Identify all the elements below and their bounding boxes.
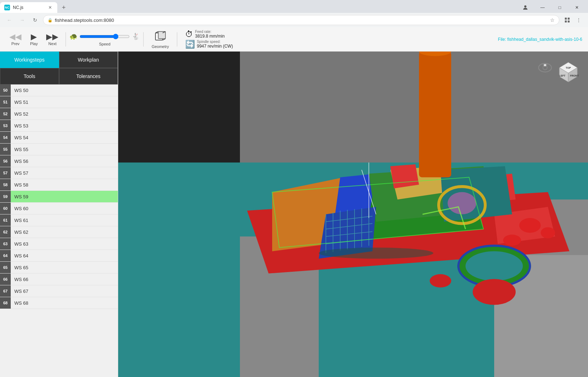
item-number: 62 [0, 226, 11, 238]
item-label: WS 50 [11, 88, 28, 93]
speedometer-icon: ⏱ [185, 30, 193, 39]
list-item[interactable]: 60 WS 60 [0, 203, 118, 214]
svg-rect-4 [568, 20, 569, 22]
list-item[interactable]: 54 WS 54 [0, 132, 118, 144]
item-label: WS 63 [11, 241, 28, 247]
close-button[interactable]: ✕ [569, 2, 585, 13]
item-label: WS 56 [11, 159, 28, 164]
item-number: 63 [0, 238, 11, 250]
feed-rate-label: Feed rate: [195, 30, 225, 34]
active-tab[interactable]: NC NC.js ✕ [0, 2, 57, 13]
list-item[interactable]: 61 WS 61 [0, 214, 118, 226]
tab-close-button[interactable]: ✕ [47, 5, 53, 10]
item-number: 59 [0, 191, 11, 202]
item-number: 55 [0, 144, 11, 155]
prev-button[interactable]: ◀◀ Prev [6, 31, 25, 48]
svg-point-52 [473, 279, 516, 305]
svg-rect-2 [568, 18, 569, 19]
item-label: WS 57 [11, 170, 28, 176]
svg-rect-1 [565, 18, 567, 19]
forward-button[interactable]: → [17, 15, 27, 25]
spindle-speed-value: 9947 rev/min (CW) [197, 44, 233, 49]
lock-icon: 🔒 [48, 18, 53, 23]
file-link[interactable]: File: fishhead_dallas_sandvik-with-asis-… [498, 37, 582, 42]
list-item[interactable]: 56 WS 56 [0, 155, 118, 167]
url-text: fishhead.steptools.com:8080 [55, 18, 548, 23]
svg-point-27 [448, 192, 476, 214]
speed-slider[interactable] [79, 34, 130, 39]
item-label: WS 60 [11, 206, 28, 211]
svg-point-42 [466, 251, 523, 281]
svg-rect-45 [419, 52, 451, 177]
list-item[interactable]: 63 WS 63 [0, 238, 118, 250]
feed-rate-info: Feed rate: 3819.8 mm/min [195, 30, 225, 39]
tab-favicon: NC [4, 5, 10, 10]
list-item[interactable]: 52 WS 52 [0, 108, 118, 120]
user-icon[interactable] [517, 2, 534, 13]
tab-workplan[interactable]: Workplan [59, 52, 118, 68]
list-item[interactable]: 68 WS 68 [0, 297, 118, 309]
spindle-speed-info: Spindle speed: 9947 rev/min (CW) [197, 40, 233, 49]
viewport-svg [118, 52, 588, 377]
minimize-button[interactable]: — [534, 2, 551, 13]
sidebar-tabs: Workingsteps Workplan Tools Tolerances [0, 52, 118, 84]
nav-cube[interactable]: TOP LEFT FRONT [556, 59, 581, 84]
svg-point-49 [519, 218, 541, 233]
item-label: WS 65 [11, 265, 28, 270]
viewport[interactable]: TOP LEFT FRONT [118, 52, 588, 377]
item-label: WS 51 [11, 100, 28, 105]
workingsteps-list[interactable]: 50 WS 50 51 WS 51 52 WS 52 53 WS 53 54 W… [0, 84, 118, 377]
list-item[interactable]: 64 WS 64 [0, 250, 118, 262]
speed-label: Speed [99, 42, 111, 46]
play-button[interactable]: ▶ Play [26, 31, 41, 48]
item-label: WS 52 [11, 111, 28, 117]
list-item[interactable]: 57 WS 57 [0, 167, 118, 179]
svg-point-51 [541, 227, 555, 238]
svg-point-0 [524, 5, 526, 8]
chrome-menu-icon[interactable]: ⋮ [574, 15, 584, 25]
item-number: 53 [0, 120, 11, 131]
eye-icon-svg [538, 62, 552, 73]
url-bar[interactable]: 🔒 fishhead.steptools.com:8080 ☆ [43, 15, 559, 25]
svg-point-53 [430, 274, 451, 287]
list-item[interactable]: 59 WS 59 [0, 191, 118, 203]
next-button[interactable]: ▶▶ Next [43, 31, 62, 48]
svg-text:TOP: TOP [566, 67, 571, 69]
item-number: 54 [0, 132, 11, 143]
list-item[interactable]: 65 WS 65 [0, 262, 118, 274]
item-label: WS 58 [11, 182, 28, 188]
tab-tolerances[interactable]: Tolerances [59, 68, 118, 84]
tab-tools[interactable]: Tools [0, 68, 59, 84]
tab-bar: NC NC.js ✕ + — □ ✕ [0, 0, 588, 13]
geometry-button[interactable]: Geometry [147, 28, 173, 51]
prev-icon: ◀◀ [9, 33, 21, 41]
list-item[interactable]: 51 WS 51 [0, 96, 118, 108]
tab-workingsteps[interactable]: Workingsteps [0, 52, 59, 68]
list-item[interactable]: 58 WS 58 [0, 179, 118, 191]
list-item[interactable]: 62 WS 62 [0, 226, 118, 238]
extensions-icon[interactable] [562, 15, 572, 25]
speed-right-icon: 🐇 [132, 33, 140, 40]
list-item[interactable]: 67 WS 67 [0, 285, 118, 297]
bookmark-icon[interactable]: ☆ [550, 17, 555, 23]
reload-button[interactable]: ↻ [30, 15, 40, 25]
app-toolbar: ◀◀ Prev ▶ Play ▶▶ Next 🐢 🐇 Speed Geometr… [0, 27, 588, 52]
svg-marker-23 [390, 164, 419, 188]
speed-control: 🐢 🐇 Speed [69, 33, 140, 46]
item-number: 68 [0, 297, 11, 309]
view-icon[interactable] [538, 62, 552, 76]
new-tab-button[interactable]: + [59, 3, 69, 13]
list-item[interactable]: 53 WS 53 [0, 120, 118, 132]
list-item[interactable]: 50 WS 50 [0, 84, 118, 96]
divider-1 [66, 32, 66, 47]
list-item[interactable]: 55 WS 55 [0, 144, 118, 155]
svg-marker-26 [440, 166, 512, 222]
geometry-icon [154, 30, 167, 43]
maximize-button[interactable]: □ [551, 2, 568, 13]
geometry-label: Geometry [151, 44, 169, 49]
item-label: WS 68 [11, 300, 28, 306]
back-button[interactable]: ← [4, 15, 14, 25]
list-item[interactable]: 66 WS 66 [0, 274, 118, 285]
item-number: 65 [0, 262, 11, 273]
item-label: WS 54 [11, 135, 28, 140]
